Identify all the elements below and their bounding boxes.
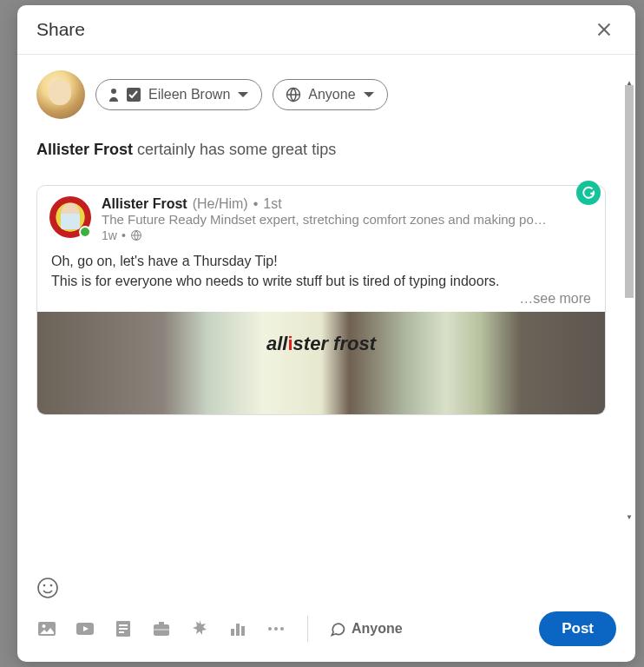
post-age: 1w — [102, 228, 117, 242]
embedded-body-line: Oh, go on, let's have a Thursday Tip! — [51, 251, 591, 271]
caret-down-icon — [363, 90, 375, 99]
post-button[interactable]: Post — [539, 611, 616, 646]
embedded-body-line: This is for everyone who needs to write … — [51, 271, 591, 291]
author-avatar[interactable] — [49, 196, 91, 238]
comment-visibility-label: Anyone — [352, 621, 403, 637]
svg-point-2 — [111, 89, 116, 94]
more-icon — [266, 618, 286, 639]
author-name-label: Eileen Brown — [148, 87, 230, 102]
modal-footer: Anyone Post — [17, 570, 635, 662]
add-video-button[interactable] — [75, 618, 95, 639]
checkbox-icon — [126, 87, 141, 102]
embedded-post: Allister Frost (He/Him) • 1st The Future… — [36, 185, 606, 415]
svg-rect-15 — [119, 631, 124, 633]
emoji-button[interactable] — [36, 577, 59, 599]
media-overlay-title: allister frost — [266, 333, 376, 355]
mention: Allister Frost — [36, 141, 133, 158]
svg-rect-14 — [119, 628, 128, 630]
svg-point-23 — [280, 627, 284, 631]
svg-point-6 — [38, 578, 57, 598]
more-button[interactable] — [266, 618, 286, 639]
modal-header: Share — [17, 5, 635, 55]
author-name[interactable]: Allister Frost — [102, 196, 187, 212]
globe-icon — [130, 229, 142, 241]
svg-rect-17 — [154, 629, 169, 631]
modal-title: Share — [36, 19, 85, 40]
celebrate-button[interactable] — [189, 618, 210, 639]
starburst-icon — [189, 618, 210, 639]
visibility-selector[interactable]: Anyone — [273, 79, 387, 110]
add-poll-button[interactable] — [227, 618, 248, 639]
svg-point-10 — [43, 624, 46, 628]
presence-indicator — [79, 226, 91, 238]
svg-point-22 — [274, 627, 278, 631]
globe-icon — [286, 87, 301, 102]
embedded-media[interactable]: allister frost — [37, 312, 605, 414]
video-icon — [75, 618, 95, 639]
author-pronouns: (He/Him) — [193, 196, 248, 212]
svg-rect-19 — [236, 624, 240, 636]
distance-sep: • — [253, 196, 259, 212]
svg-point-8 — [50, 584, 53, 587]
modal-body: Eileen Brown Anyone Allister Frost certa… — [17, 55, 635, 570]
emoji-icon — [36, 577, 59, 599]
embedded-header: Allister Frost (He/Him) • 1st The Future… — [37, 186, 605, 246]
photo-icon — [36, 618, 57, 639]
age-sep: • — [122, 228, 126, 242]
comment-icon — [329, 620, 346, 637]
author-headline: The Future Ready Mindset expert, stretch… — [102, 212, 593, 227]
visibility-label: Anyone — [308, 87, 355, 102]
connection-distance: 1st — [263, 196, 281, 212]
add-photo-button[interactable] — [36, 618, 57, 639]
close-icon — [595, 20, 614, 39]
add-job-button[interactable] — [151, 618, 172, 639]
embedded-body: Oh, go on, let's have a Thursday Tip! Th… — [37, 246, 605, 291]
user-avatar[interactable] — [36, 70, 85, 119]
composer-row: Eileen Brown Anyone — [36, 70, 616, 119]
poll-icon — [227, 618, 248, 639]
svg-point-21 — [268, 627, 272, 631]
document-icon — [113, 618, 134, 639]
svg-rect-20 — [241, 626, 245, 636]
add-document-button[interactable] — [113, 618, 134, 639]
svg-rect-13 — [119, 624, 128, 626]
author-selector[interactable]: Eileen Brown — [95, 79, 262, 110]
caret-down-icon — [237, 90, 249, 99]
divider — [307, 616, 308, 642]
svg-rect-18 — [231, 629, 234, 636]
briefcase-icon — [151, 618, 172, 639]
share-modal: Share ▲ ▼ Eileen Brown Anyone — [17, 5, 635, 662]
post-text-input[interactable]: Allister Frost certainly has some great … — [36, 141, 616, 159]
grammarly-icon[interactable] — [576, 181, 601, 205]
see-more-link[interactable]: …see more — [37, 291, 605, 312]
close-button[interactable] — [592, 17, 616, 42]
comment-visibility-button[interactable]: Anyone — [329, 620, 403, 637]
post-text-rest: certainly has some great tips — [133, 141, 336, 158]
person-icon — [108, 87, 119, 102]
svg-point-7 — [43, 584, 46, 587]
